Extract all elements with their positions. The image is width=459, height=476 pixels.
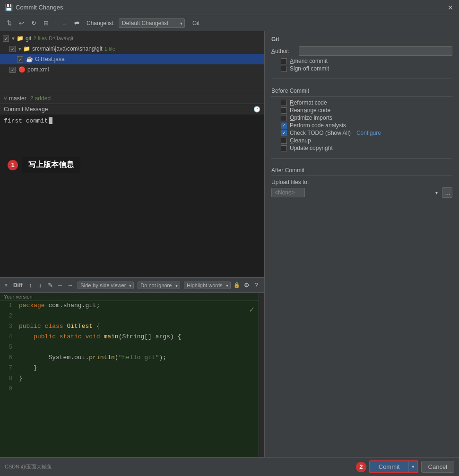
commit-dropdown-button[interactable]: ▾ bbox=[409, 461, 417, 472]
cleanup-label: Cleanup bbox=[290, 137, 311, 144]
amend-commit-row: Amend commit bbox=[281, 58, 452, 64]
configure-link[interactable]: Configure bbox=[356, 130, 381, 136]
line-num-3: 3 bbox=[0, 322, 17, 330]
diff-arrow-down: ▼ bbox=[4, 282, 9, 288]
changelist-select[interactable]: Default Changelist bbox=[119, 18, 185, 28]
tree-badge-src: 1 file bbox=[104, 46, 115, 52]
collapse-button[interactable]: ≡ bbox=[59, 18, 69, 28]
diff-edit-button[interactable]: ✎ bbox=[46, 280, 54, 291]
refresh-button[interactable]: ↻ bbox=[28, 18, 39, 28]
optimize-checkbox[interactable] bbox=[281, 115, 287, 121]
line-content-6: System.out.println("hello git"); bbox=[17, 353, 264, 362]
title-bar: 💾 Commit Changes ✕ bbox=[0, 0, 459, 15]
annotation-text-1: 写上版本信息 bbox=[22, 157, 80, 173]
diff-down-button[interactable]: ↓ bbox=[36, 280, 44, 291]
tree-item-src[interactable]: ▼ 📁 src\main\java\com\shang\git 1 file bbox=[0, 44, 264, 54]
tree-icon-src: 📁 bbox=[23, 45, 30, 52]
tree-label-pom: pom.xml bbox=[27, 66, 49, 73]
before-commit-title: Before Commit bbox=[271, 88, 452, 97]
tree-item-git[interactable]: ▼ 📁 git 2 files D:\Java\git bbox=[0, 33, 264, 44]
upload-select-wrapper[interactable]: <None> bbox=[271, 188, 440, 197]
reformat-checkbox[interactable] bbox=[281, 100, 287, 106]
tree-item-pom[interactable]: 🔴 pom.xml bbox=[0, 64, 264, 75]
line-content-5 bbox=[17, 343, 264, 352]
upload-more-button[interactable]: … bbox=[442, 187, 452, 198]
cleanup-row: Cleanup bbox=[281, 137, 452, 144]
commit-message-text: first commit bbox=[4, 117, 48, 124]
signoff-commit-checkbox[interactable] bbox=[281, 66, 287, 72]
line-num-8: 8 bbox=[0, 374, 17, 382]
move-button[interactable]: ⊞ bbox=[41, 18, 51, 28]
upload-select[interactable]: <None> bbox=[271, 188, 305, 197]
diff-up-button[interactable]: ↑ bbox=[26, 280, 35, 291]
tree-checkbox-src[interactable] bbox=[9, 46, 16, 52]
diff-check-icon: ✓ bbox=[249, 305, 255, 314]
app-icon: 💾 bbox=[5, 4, 13, 11]
cancel-button[interactable]: Cancel bbox=[421, 461, 454, 473]
tree-checkbox-gittest[interactable] bbox=[17, 56, 23, 62]
code-line-7: 7 } bbox=[0, 363, 264, 374]
diff-prev-button[interactable]: ← bbox=[56, 280, 64, 291]
diff-settings-button[interactable]: ⚙ bbox=[242, 280, 251, 291]
bottom-bar: CSDN @玉面大鲮鱼 2 Commit ▾ Cancel bbox=[0, 457, 459, 476]
tree-checkbox-git[interactable] bbox=[3, 35, 9, 42]
copyright-label: Update copyright bbox=[290, 145, 333, 151]
highlight-select[interactable]: Highlight words bbox=[184, 282, 231, 289]
commit-message-box[interactable]: first commit 1 写上版本信息 bbox=[0, 115, 264, 277]
undo-button[interactable]: ↩ bbox=[16, 18, 26, 28]
amend-commit-checkbox[interactable] bbox=[281, 58, 287, 64]
rearrange-checkbox[interactable] bbox=[281, 107, 287, 114]
diff-viewer-area[interactable]: Your version 1 package com.shang.git; 2 bbox=[0, 293, 264, 457]
git-section: Git Author: Amend commit Sign-o bbox=[271, 36, 452, 73]
viewer-select[interactable]: Side-by-side viewer bbox=[78, 282, 134, 289]
author-input[interactable] bbox=[299, 46, 452, 56]
ignore-select-wrapper[interactable]: Do not ignore bbox=[138, 282, 180, 289]
close-button[interactable]: ✕ bbox=[447, 4, 454, 11]
signoff-commit-label: Sign-off commit bbox=[290, 65, 329, 72]
commit-button[interactable]: Commit bbox=[370, 461, 409, 472]
branch-name: master bbox=[9, 95, 26, 102]
highlight-select-wrapper[interactable]: Highlight words bbox=[184, 282, 231, 289]
branch-bar: ⑂ master 2 added bbox=[0, 93, 264, 104]
tree-checkbox-pom[interactable] bbox=[9, 67, 16, 73]
diff-next-button[interactable]: → bbox=[66, 280, 74, 291]
right-panel: Git Author: Amend commit Sign-o bbox=[265, 31, 459, 457]
commit-history-button[interactable]: 🕐 bbox=[253, 106, 260, 113]
diff-scrollbar[interactable] bbox=[259, 293, 264, 457]
tree-item-gittest[interactable]: ☕ GitTest.java bbox=[0, 54, 264, 64]
diff-title: Diff bbox=[13, 282, 23, 289]
todo-row: Check TODO (Show All) Configure bbox=[281, 130, 452, 136]
line-content-3: public class GitTest { bbox=[17, 322, 264, 331]
copyright-row: Update copyright bbox=[281, 145, 452, 151]
tree-arrow-git: ▼ bbox=[11, 36, 16, 41]
watermark: CSDN @玉面大鲮鱼 bbox=[5, 463, 52, 470]
git-section-title: Git bbox=[271, 36, 452, 43]
sort-button[interactable]: ⇌ bbox=[71, 18, 82, 28]
ignore-select[interactable]: Do not ignore bbox=[138, 282, 180, 289]
before-commit-section: Before Commit Reformat code Rearrange co… bbox=[271, 85, 452, 152]
line-num-1: 1 bbox=[0, 301, 17, 309]
tree-label-git: git bbox=[26, 35, 32, 42]
annotation-badge-2: 2 bbox=[356, 462, 366, 472]
line-num-2: 2 bbox=[0, 311, 17, 319]
line-content-9 bbox=[17, 384, 264, 393]
text-cursor bbox=[49, 117, 52, 124]
tree-label-src: src\main\java\com\shang\git bbox=[32, 45, 103, 52]
optimize-row: Optimize imports bbox=[281, 115, 452, 121]
line-content-1: package com.shang.git; bbox=[17, 301, 264, 310]
tree-badge-git: 2 files bbox=[34, 35, 47, 41]
diff-help-button[interactable]: ? bbox=[252, 280, 260, 291]
changelist-select-wrapper[interactable]: Default Changelist bbox=[117, 18, 185, 28]
code-line-2: 2 bbox=[0, 311, 264, 322]
copyright-checkbox[interactable] bbox=[281, 145, 287, 151]
commit-message-header: Commit Message 🕐 bbox=[0, 104, 264, 115]
analyze-checkbox[interactable] bbox=[281, 123, 287, 129]
viewer-select-wrapper[interactable]: Side-by-side viewer bbox=[78, 282, 134, 289]
expand-all-button[interactable]: ⇅ bbox=[4, 18, 14, 28]
todo-checkbox[interactable] bbox=[281, 130, 287, 136]
annotation-1: 1 写上版本信息 bbox=[8, 157, 80, 173]
diff-lock-button[interactable]: 🔒 bbox=[233, 280, 241, 291]
cleanup-checkbox[interactable] bbox=[281, 138, 287, 144]
commit-message-area: Commit Message 🕐 first commit 1 写上版本信息 bbox=[0, 104, 264, 277]
todo-label: Check TODO (Show All) bbox=[290, 130, 351, 136]
